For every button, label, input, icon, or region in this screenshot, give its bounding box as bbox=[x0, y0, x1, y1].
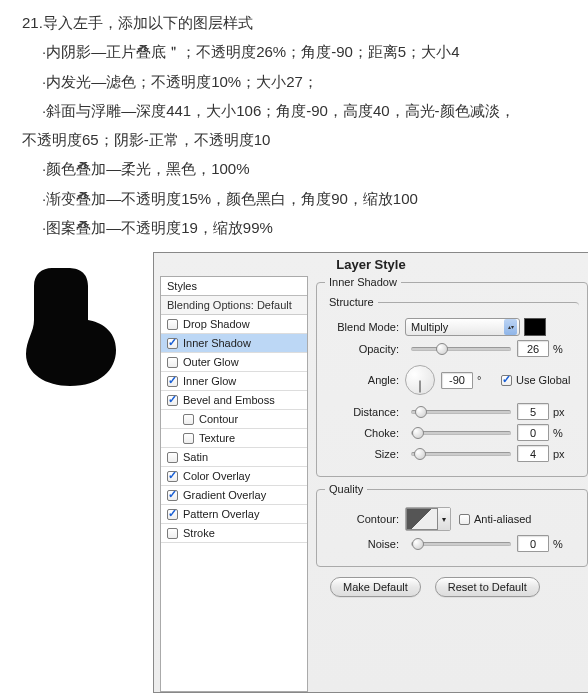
style-checkbox[interactable] bbox=[167, 338, 178, 349]
use-global-checkbox[interactable] bbox=[501, 375, 512, 386]
style-checkbox[interactable] bbox=[167, 376, 178, 387]
style-item-pattern-overlay[interactable]: Pattern Overlay bbox=[161, 505, 307, 524]
contour-label: Contour: bbox=[325, 513, 405, 525]
styles-header[interactable]: Styles bbox=[161, 277, 307, 296]
style-item-gradient-overlay[interactable]: Gradient Overlay bbox=[161, 486, 307, 505]
quality-group: Quality Contour: ▾ Anti-aliased N bbox=[316, 483, 588, 567]
style-item-texture[interactable]: Texture bbox=[161, 429, 307, 448]
style-item-inner-shadow[interactable]: Inner Shadow bbox=[161, 334, 307, 353]
distance-input[interactable]: 5 bbox=[517, 403, 549, 420]
style-item-label: Outer Glow bbox=[183, 356, 239, 368]
style-item-outer-glow[interactable]: Outer Glow bbox=[161, 353, 307, 372]
style-item-label: Inner Glow bbox=[183, 375, 236, 387]
reset-default-button[interactable]: Reset to Default bbox=[435, 577, 540, 597]
text-line: ·渐变叠加―不透明度15%，颜色黑白，角度90，缩放100 bbox=[22, 184, 566, 213]
contour-picker[interactable]: ▾ bbox=[405, 507, 451, 531]
text-line: 21.导入左手，添加以下的图层样式 bbox=[22, 8, 566, 37]
distance-slider[interactable] bbox=[411, 410, 511, 414]
choke-label: Choke: bbox=[325, 427, 405, 439]
angle-label: Angle: bbox=[325, 374, 405, 386]
text-line: ·内发光―滤色；不透明度10%；大小27； bbox=[22, 67, 566, 96]
unit-label: % bbox=[553, 343, 569, 355]
style-item-label: Drop Shadow bbox=[183, 318, 250, 330]
unit-label: px bbox=[553, 406, 569, 418]
use-global-label: Use Global bbox=[516, 374, 570, 386]
style-checkbox[interactable] bbox=[167, 452, 178, 463]
unit-label: px bbox=[553, 448, 569, 460]
text-line: 不透明度65；阴影-正常，不透明度10 bbox=[22, 125, 566, 154]
style-checkbox[interactable] bbox=[167, 490, 178, 501]
distance-label: Distance: bbox=[325, 406, 405, 418]
size-slider[interactable] bbox=[411, 452, 511, 456]
style-checkbox[interactable] bbox=[167, 471, 178, 482]
style-checkbox[interactable] bbox=[167, 357, 178, 368]
blending-options-item[interactable]: Blending Options: Default bbox=[161, 296, 307, 315]
text-line: ·颜色叠加―柔光，黑色，100% bbox=[22, 154, 566, 183]
choke-input[interactable]: 0 bbox=[517, 424, 549, 441]
chevron-down-icon: ▾ bbox=[438, 508, 450, 530]
style-checkbox[interactable] bbox=[183, 433, 194, 444]
text-line: ·内阴影―正片叠底＂；不透明度26%；角度-90；距离5；大小4 bbox=[22, 37, 566, 66]
style-checkbox[interactable] bbox=[183, 414, 194, 425]
blend-mode-select[interactable]: Multiply ▴▾ bbox=[405, 318, 520, 336]
style-item-label: Stroke bbox=[183, 527, 215, 539]
styles-panel: Styles Blending Options: Default Drop Sh… bbox=[160, 276, 308, 692]
style-item-color-overlay[interactable]: Color Overlay bbox=[161, 467, 307, 486]
style-checkbox[interactable] bbox=[167, 509, 178, 520]
style-item-stroke[interactable]: Stroke bbox=[161, 524, 307, 543]
shadow-color-swatch[interactable] bbox=[524, 318, 546, 336]
style-checkbox[interactable] bbox=[167, 395, 178, 406]
noise-slider[interactable] bbox=[411, 542, 511, 546]
dialog-title: Layer Style bbox=[154, 253, 588, 273]
noise-label: Noise: bbox=[325, 538, 405, 550]
style-item-label: Bevel and Emboss bbox=[183, 394, 275, 406]
style-item-inner-glow[interactable]: Inner Glow bbox=[161, 372, 307, 391]
style-item-label: Inner Shadow bbox=[183, 337, 251, 349]
settings-panel: Inner Shadow Structure Blend Mode: Multi… bbox=[308, 276, 588, 692]
dropdown-arrows-icon: ▴▾ bbox=[504, 319, 517, 335]
unit-label: % bbox=[553, 538, 569, 550]
style-item-satin[interactable]: Satin bbox=[161, 448, 307, 467]
choke-slider[interactable] bbox=[411, 431, 511, 435]
text-line: ·斜面与浮雕―深度441，大小106；角度-90，高度40，高光-颜色减淡， bbox=[22, 96, 566, 125]
blend-mode-label: Blend Mode: bbox=[325, 321, 405, 333]
unit-label: % bbox=[553, 427, 569, 439]
style-item-label: Satin bbox=[183, 451, 208, 463]
layer-style-dialog: Layer Style Styles Blending Options: Def… bbox=[153, 252, 588, 693]
instructions-text: 21.导入左手，添加以下的图层样式 ·内阴影―正片叠底＂；不透明度26%；角度-… bbox=[0, 0, 588, 252]
style-checkbox[interactable] bbox=[167, 528, 178, 539]
quality-legend: Quality bbox=[325, 483, 367, 495]
inner-shadow-group: Inner Shadow Structure Blend Mode: Multi… bbox=[316, 276, 588, 477]
opacity-slider[interactable] bbox=[411, 347, 511, 351]
style-item-label: Gradient Overlay bbox=[183, 489, 266, 501]
anti-aliased-label: Anti-aliased bbox=[474, 513, 531, 525]
style-item-drop-shadow[interactable]: Drop Shadow bbox=[161, 315, 307, 334]
angle-dial[interactable] bbox=[405, 365, 435, 395]
group-legend: Inner Shadow bbox=[325, 276, 401, 288]
style-item-bevel-and-emboss[interactable]: Bevel and Emboss bbox=[161, 391, 307, 410]
structure-group: Structure Blend Mode: Multiply ▴▾ Opacit… bbox=[325, 296, 579, 466]
make-default-button[interactable]: Make Default bbox=[330, 577, 421, 597]
style-item-label: Contour bbox=[199, 413, 238, 425]
opacity-label: Opacity: bbox=[325, 343, 405, 355]
anti-aliased-checkbox[interactable] bbox=[459, 514, 470, 525]
size-label: Size: bbox=[325, 448, 405, 460]
unit-label: ° bbox=[477, 374, 493, 386]
structure-legend: Structure bbox=[325, 296, 378, 308]
angle-input[interactable]: -90 bbox=[441, 372, 473, 389]
text-line: ·图案叠加―不透明度19，缩放99% bbox=[22, 213, 566, 242]
style-item-contour[interactable]: Contour bbox=[161, 410, 307, 429]
noise-input[interactable]: 0 bbox=[517, 535, 549, 552]
size-input[interactable]: 4 bbox=[517, 445, 549, 462]
left-hand-shape bbox=[8, 252, 153, 693]
style-checkbox[interactable] bbox=[167, 319, 178, 330]
opacity-input[interactable]: 26 bbox=[517, 340, 549, 357]
style-item-label: Texture bbox=[199, 432, 235, 444]
style-item-label: Color Overlay bbox=[183, 470, 250, 482]
style-item-label: Pattern Overlay bbox=[183, 508, 259, 520]
